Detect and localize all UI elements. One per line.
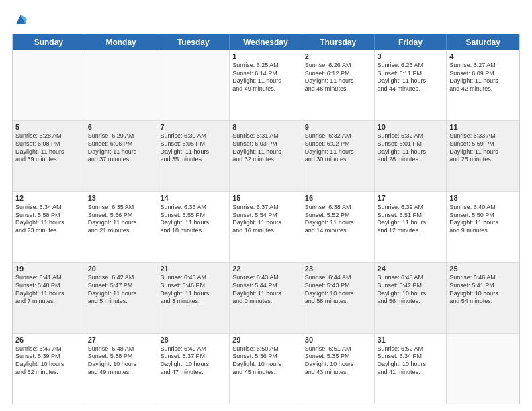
cell-info-line: Sunrise: 6:26 AM xyxy=(305,62,371,70)
cell-info-line: Sunrise: 6:25 AM xyxy=(232,62,299,70)
calendar-row-5: 26Sunrise: 6:47 AMSunset: 5:39 PMDayligh… xyxy=(13,333,519,404)
calendar-cell: 27Sunrise: 6:48 AMSunset: 5:38 PMDayligh… xyxy=(85,334,158,404)
cell-info-line: Sunrise: 6:38 AM xyxy=(305,203,371,212)
cell-info-line: and 42 minutes. xyxy=(449,85,517,93)
cell-info-line: Sunrise: 6:30 AM xyxy=(160,132,226,140)
cell-info-line: Daylight: 11 hours xyxy=(160,219,226,227)
cell-info-line: and 9 minutes. xyxy=(449,227,517,235)
cell-info-line: Daylight: 10 hours xyxy=(160,361,226,369)
cell-info-line: Daylight: 11 hours xyxy=(449,77,517,85)
cell-info-line: Sunset: 6:03 PM xyxy=(232,140,299,148)
cell-info-line: Sunset: 5:58 PM xyxy=(15,212,82,220)
day-number: 15 xyxy=(232,194,299,202)
cell-info-line: Daylight: 11 hours xyxy=(160,148,226,156)
calendar-cell: 10Sunrise: 6:32 AMSunset: 6:01 PMDayligh… xyxy=(375,121,447,191)
cell-info-line: Sunset: 6:08 PM xyxy=(15,140,82,148)
cell-info-line: Daylight: 11 hours xyxy=(88,219,154,227)
cell-info-line: Sunrise: 6:42 AM xyxy=(88,274,154,282)
cell-info-line: Sunset: 5:35 PM xyxy=(305,353,371,361)
day-number: 16 xyxy=(305,194,371,202)
cell-info-line: and 5 minutes. xyxy=(88,298,154,306)
calendar-cell: 22Sunrise: 6:43 AMSunset: 5:44 PMDayligh… xyxy=(230,263,302,332)
calendar-cell: 14Sunrise: 6:36 AMSunset: 5:55 PMDayligh… xyxy=(157,192,230,262)
cell-info-line: and 47 minutes. xyxy=(160,369,226,377)
cell-info-line: and 58 minutes. xyxy=(305,298,371,306)
cell-info-line: Daylight: 11 hours xyxy=(378,148,444,156)
cell-info-line: Sunset: 5:48 PM xyxy=(15,282,82,290)
day-number: 23 xyxy=(305,265,371,273)
cell-info-line: Daylight: 11 hours xyxy=(232,77,299,85)
cell-info-line: Daylight: 10 hours xyxy=(378,290,444,298)
calendar-cell: 18Sunrise: 6:40 AMSunset: 5:50 PMDayligh… xyxy=(447,192,519,262)
weekday-header-tuesday: Tuesday xyxy=(157,34,230,50)
cell-info-line: Sunrise: 6:33 AM xyxy=(449,132,517,140)
cell-info-line: and 37 minutes. xyxy=(88,156,154,164)
calendar-row-2: 5Sunrise: 6:28 AMSunset: 6:08 PMDaylight… xyxy=(13,120,519,191)
calendar-cell: 5Sunrise: 6:28 AMSunset: 6:08 PMDaylight… xyxy=(13,121,85,191)
cell-info-line: Sunset: 5:50 PM xyxy=(449,212,517,220)
cell-info-line: Daylight: 11 hours xyxy=(305,77,371,85)
cell-info-line: and 12 minutes. xyxy=(378,227,444,235)
cell-info-line: Daylight: 11 hours xyxy=(88,290,154,298)
cell-info-line: Sunrise: 6:44 AM xyxy=(305,274,371,282)
weekday-header-friday: Friday xyxy=(375,34,447,50)
cell-info-line: Daylight: 11 hours xyxy=(449,148,517,156)
cell-info-line: Sunrise: 6:52 AM xyxy=(378,345,444,353)
calendar-row-3: 12Sunrise: 6:34 AMSunset: 5:58 PMDayligh… xyxy=(13,191,519,262)
day-number: 19 xyxy=(15,265,82,273)
cell-info-line: Sunrise: 6:41 AM xyxy=(15,274,82,282)
day-number: 14 xyxy=(160,194,226,202)
cell-info-line: Sunrise: 6:29 AM xyxy=(88,132,154,140)
cell-info-line: Sunrise: 6:32 AM xyxy=(305,132,371,140)
calendar-cell: 26Sunrise: 6:47 AMSunset: 5:39 PMDayligh… xyxy=(13,334,85,404)
day-number: 28 xyxy=(160,336,226,344)
cell-info-line: Sunrise: 6:26 AM xyxy=(378,62,444,70)
cell-info-line: Daylight: 11 hours xyxy=(378,77,444,85)
calendar-cell: 30Sunrise: 6:51 AMSunset: 5:35 PMDayligh… xyxy=(302,334,375,404)
calendar: SundayMondayTuesdayWednesdayThursdayFrid… xyxy=(12,34,520,404)
cell-info-line: Daylight: 11 hours xyxy=(15,219,82,227)
cell-info-line: Daylight: 11 hours xyxy=(305,148,371,156)
cell-info-line: and 18 minutes. xyxy=(160,227,226,235)
cell-info-line: Sunrise: 6:46 AM xyxy=(449,274,517,282)
cell-info-line: Daylight: 11 hours xyxy=(160,290,226,298)
cell-info-line: and 49 minutes. xyxy=(88,369,154,377)
calendar-cell: 11Sunrise: 6:33 AMSunset: 5:59 PMDayligh… xyxy=(447,121,519,191)
cell-info-line: Sunrise: 6:49 AM xyxy=(160,345,226,353)
cell-info-line: and 46 minutes. xyxy=(305,85,371,93)
calendar-cell: 19Sunrise: 6:41 AMSunset: 5:48 PMDayligh… xyxy=(13,263,85,332)
cell-info-line: Sunset: 6:12 PM xyxy=(305,70,371,78)
cell-info-line: Sunrise: 6:36 AM xyxy=(160,203,226,212)
cell-info-line: Daylight: 11 hours xyxy=(15,148,82,156)
cell-info-line: and 52 minutes. xyxy=(15,369,82,377)
cell-info-line: Sunset: 6:09 PM xyxy=(449,70,517,78)
calendar-cell: 7Sunrise: 6:30 AMSunset: 6:05 PMDaylight… xyxy=(157,121,230,191)
day-number: 21 xyxy=(160,265,226,273)
weekday-header-wednesday: Wednesday xyxy=(230,34,302,50)
weekday-header-saturday: Saturday xyxy=(447,34,519,50)
calendar-row-4: 19Sunrise: 6:41 AMSunset: 5:48 PMDayligh… xyxy=(13,262,519,332)
cell-info-line: and 0 minutes. xyxy=(232,298,299,306)
cell-info-line: Sunrise: 6:51 AM xyxy=(305,345,371,353)
weekday-header-sunday: Sunday xyxy=(13,34,85,50)
calendar-cell: 24Sunrise: 6:45 AMSunset: 5:42 PMDayligh… xyxy=(375,263,447,332)
cell-info-line: Sunrise: 6:43 AM xyxy=(160,274,226,282)
cell-info-line: Sunset: 5:36 PM xyxy=(232,353,299,361)
calendar-cell: 25Sunrise: 6:46 AMSunset: 5:41 PMDayligh… xyxy=(447,263,519,332)
calendar-body: 1Sunrise: 6:25 AMSunset: 6:14 PMDaylight… xyxy=(13,50,519,404)
cell-info-line: and 45 minutes. xyxy=(232,369,299,377)
cell-info-line: Daylight: 10 hours xyxy=(305,290,371,298)
calendar-cell: 28Sunrise: 6:49 AMSunset: 5:37 PMDayligh… xyxy=(157,334,230,404)
day-number: 3 xyxy=(378,52,444,60)
calendar-cell: 4Sunrise: 6:27 AMSunset: 6:09 PMDaylight… xyxy=(447,50,519,120)
cell-info-line: Sunset: 6:05 PM xyxy=(160,140,226,148)
cell-info-line: Sunset: 6:06 PM xyxy=(88,140,154,148)
cell-info-line: and 16 minutes. xyxy=(232,227,299,235)
day-number: 8 xyxy=(232,123,299,131)
day-number: 30 xyxy=(305,336,371,344)
logo-icon xyxy=(13,12,28,27)
day-number: 9 xyxy=(305,123,371,131)
calendar-cell: 3Sunrise: 6:26 AMSunset: 6:11 PMDaylight… xyxy=(375,50,447,120)
cell-info-line: Sunset: 5:55 PM xyxy=(160,212,226,220)
calendar-cell: 12Sunrise: 6:34 AMSunset: 5:58 PMDayligh… xyxy=(13,192,85,262)
